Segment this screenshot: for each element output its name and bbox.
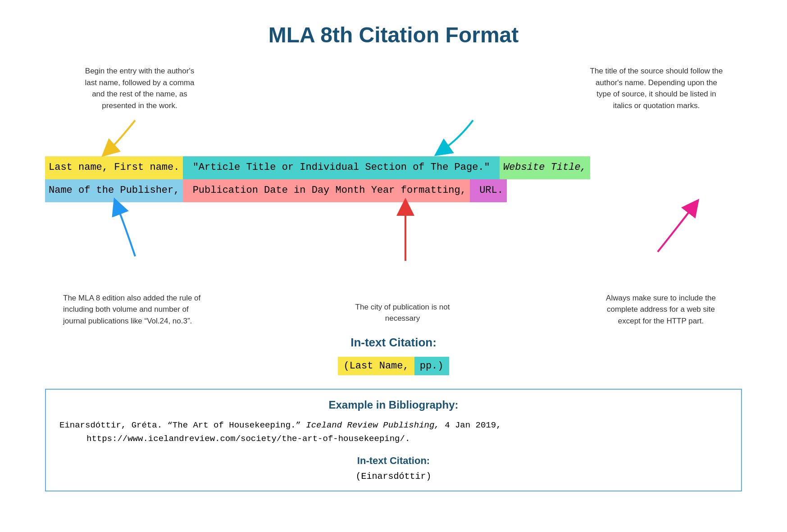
example-intext-title: In-text Citation: — [59, 455, 728, 467]
annotation-title: The title of the source should follow th… — [589, 65, 733, 111]
seg-publisher: Name of the Publisher, — [45, 179, 183, 202]
bottom-annotations: The MLA 8 edition also added the rule of… — [45, 274, 742, 327]
annotation-city: The city of publication is not necessary — [353, 283, 452, 327]
seg-website-title: Website Title, — [500, 156, 590, 179]
bottom-area: The MLA 8 edition also added the rule of… — [45, 202, 742, 327]
intext-last-name: (Last Name, — [338, 357, 414, 375]
page-title: MLA 8th Citation Format — [27, 23, 760, 47]
annotation-url: Always make sure to include the complete… — [598, 283, 724, 327]
intext-citation-box: (Last Name, pp.) — [338, 357, 449, 375]
seg-pub-date: Publication Date in Day Month Year forma… — [183, 179, 470, 202]
bib-line2: https://www.icelandreview.com/society/th… — [59, 432, 728, 446]
intext-citation-section: In-text Citation: (Last Name, pp.) — [27, 336, 760, 375]
annotation-author: Begin the entry with the author's last n… — [54, 65, 198, 111]
citation-format: Last name, First name. "Article Title or… — [27, 156, 760, 202]
example-intext-value: (Einarsdóttir) — [59, 471, 728, 482]
citation-line-2: Name of the Publisher, Publication Date … — [45, 179, 742, 202]
seg-article-title: "Article Title or Individual Section of … — [183, 156, 500, 179]
citation-line-1: Last name, First name. "Article Title or… — [45, 156, 742, 179]
seg-last-name: Last name, First name. — [45, 156, 183, 179]
intext-citation-label: In-text Citation: — [27, 336, 760, 350]
top-annotations: Begin the entry with the author's last n… — [27, 65, 760, 111]
bib-line1: Einarsdóttir, Gréta. “The Art of Houseke… — [59, 420, 501, 430]
example-bibliography: Einarsdóttir, Gréta. “The Art of Houseke… — [59, 418, 728, 446]
arrows-top — [45, 116, 742, 156]
seg-url: URL. — [470, 179, 507, 202]
annotation-volume: The MLA 8 edition also added the rule of… — [63, 283, 207, 327]
arrows-svg-top — [45, 116, 787, 156]
intext-pp: pp.) — [414, 357, 449, 375]
example-title: Example in Bibliography: — [59, 399, 728, 411]
arrows-svg-bottom — [45, 202, 787, 274]
example-section: Example in Bibliography: Einarsdóttir, G… — [45, 389, 742, 491]
